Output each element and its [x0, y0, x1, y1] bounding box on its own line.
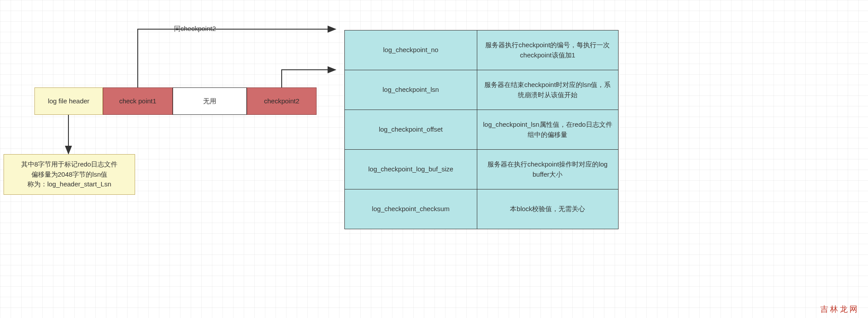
- block-unused: 无用: [173, 87, 247, 115]
- field-name: log_checkpoint_log_buf_size: [345, 150, 477, 189]
- field-name: log_checkpoint_no: [345, 30, 477, 70]
- note-log-header-start-lsn: 其中8字节用于标记redo日志文件 偏移量为2048字节的lsn值 称为：log…: [4, 154, 135, 195]
- field-name: log_checkpoint_offset: [345, 110, 477, 150]
- note-line2: 偏移量为2048字节的lsn值: [31, 170, 108, 178]
- table-row: log_checkpoint_log_buf_size 服务器在执行checkp…: [345, 150, 619, 189]
- table-row: log_checkpoint_offset log_checkpoint_lsn…: [345, 110, 619, 150]
- field-desc: 服务器在执行checkpoint操作时对应的log buffer大小: [477, 150, 618, 189]
- note-line3: 称为：log_header_start_Lsn: [27, 180, 111, 188]
- field-name: log_checkpoint_lsn: [345, 70, 477, 110]
- block-checkpoint1: check point1: [103, 87, 173, 115]
- field-name: log_checkpoint_checksum: [345, 189, 477, 229]
- table-row: log_checkpoint_lsn 服务器在结束checkpoint时对应的l…: [345, 70, 619, 110]
- field-desc: 本block校验值，无需关心: [477, 189, 618, 229]
- checkpoint-fields-table: log_checkpoint_no 服务器执行checkpoint的编号，每执行…: [344, 30, 619, 229]
- table-row: log_checkpoint_checksum 本block校验值，无需关心: [345, 189, 619, 229]
- field-desc: log_checkpoint_lsn属性值，在redo日志文件组中的偏移量: [477, 110, 618, 150]
- table-row: log_checkpoint_no 服务器执行checkpoint的编号，每执行…: [345, 30, 619, 70]
- field-desc: 服务器在结束checkpoint时对应的lsn值，系统崩溃时从该值开始: [477, 70, 618, 110]
- block-checkpoint2: checkpoint2: [247, 87, 317, 115]
- block-log-file-header: log file header: [34, 87, 103, 115]
- note-line1: 其中8字节用于标记redo日志文件: [21, 160, 117, 168]
- field-desc: 服务器执行checkpoint的编号，每执行一次checkpoint该值加1: [477, 30, 618, 70]
- watermark: 吉林龙网: [820, 304, 859, 314]
- annotation-same-checkpoint2: 同checkpoint2: [174, 25, 216, 33]
